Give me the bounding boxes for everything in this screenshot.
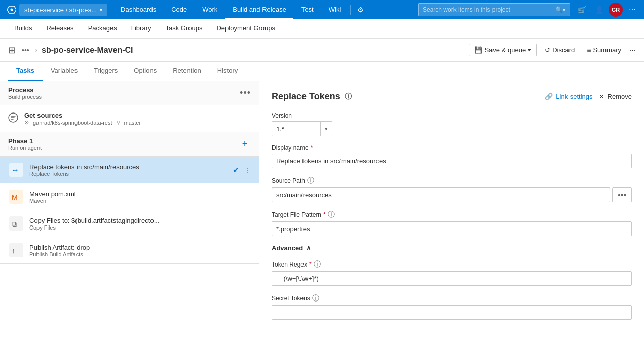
- more-icon[interactable]: ⋯: [625, 2, 640, 17]
- panel-title-group: Replace Tokens ⓘ: [272, 91, 352, 102]
- save-dropdown-icon[interactable]: ▾: [528, 47, 531, 53]
- right-panel: Replace Tokens ⓘ 🔗 Link settings ✕ Remov…: [259, 81, 644, 339]
- info-icon[interactable]: ⓘ: [345, 92, 352, 101]
- display-name-input[interactable]: [272, 154, 632, 168]
- discard-button[interactable]: ↺ Discard: [541, 44, 579, 56]
- task-maven[interactable]: M Maven pom.xml Maven: [0, 183, 259, 210]
- task-publish-type: Publish Build Artifacts: [29, 251, 251, 257]
- search-box[interactable]: 🔍 ▾: [418, 3, 570, 16]
- subnav-task-groups[interactable]: Task Groups: [159, 19, 208, 39]
- left-panel: Process Build process ••• Get sources ⊙ …: [0, 81, 259, 339]
- project-title[interactable]: sb-po-service / sb-po-s... ▾: [19, 4, 107, 16]
- svg-point-0: [11, 9, 13, 11]
- summary-icon: ≡: [587, 46, 591, 54]
- target-file-pattern-label: Target File Pattern * ⓘ: [272, 210, 632, 219]
- link-settings-button[interactable]: 🔗 Link settings: [545, 93, 592, 100]
- task-publish-artifact[interactable]: ↑ Publish Artifact: drop Publish Build A…: [0, 237, 259, 264]
- avatar[interactable]: GR: [609, 3, 623, 17]
- source-path-browse-button[interactable]: •••: [612, 187, 632, 202]
- display-name-label: Display name *: [272, 144, 632, 152]
- tab-triggers[interactable]: Triggers: [86, 62, 126, 81]
- token-regex-label: Token Regex * ⓘ: [272, 260, 632, 269]
- task-maven-name: Maven pom.xml: [29, 190, 251, 198]
- remove-button[interactable]: ✕ Remove: [599, 93, 632, 100]
- nav-wiki[interactable]: Wiki: [322, 0, 349, 19]
- person-icon[interactable]: 👤: [591, 2, 607, 17]
- breadcrumb-title: sb-po-service-Maven-CI: [42, 46, 133, 55]
- notifications-icon[interactable]: 🛒: [574, 2, 589, 17]
- search-dropdown-icon[interactable]: ▾: [563, 7, 565, 13]
- target-file-pattern-input[interactable]: [272, 221, 632, 236]
- settings-icon[interactable]: ⚙: [353, 2, 368, 17]
- tab-options[interactable]: Options: [126, 62, 165, 81]
- process-subtitle: Build process: [8, 94, 42, 100]
- task-replace-tokens[interactable]: ↔ Replace tokens in src/main/resources R…: [0, 157, 259, 183]
- search-icon: 🔍: [555, 6, 563, 13]
- nav-code[interactable]: Code: [164, 0, 194, 19]
- tab-history[interactable]: History: [209, 62, 246, 81]
- subnav-packages[interactable]: Packages: [82, 19, 123, 39]
- summary-button[interactable]: ≡ Summary: [583, 44, 625, 56]
- nav-work[interactable]: Work: [195, 0, 224, 19]
- token-regex-input[interactable]: [272, 271, 632, 286]
- branch-icon: ⑂: [117, 120, 120, 126]
- task-replace-tokens-type: Replace Tokens: [29, 171, 228, 177]
- subnav-releases[interactable]: Releases: [40, 19, 80, 39]
- svg-text:↔: ↔: [11, 166, 19, 174]
- undo-icon: ↺: [545, 46, 550, 54]
- source-path-label: Source Path ⓘ: [272, 176, 632, 185]
- tab-bar: Tasks Variables Triggers Options Retenti…: [0, 62, 644, 81]
- secret-tokens-input[interactable]: [272, 305, 632, 320]
- more-options-icon[interactable]: ⋯: [629, 46, 636, 54]
- process-title: Process: [8, 86, 42, 94]
- app-logo[interactable]: [4, 5, 19, 14]
- add-task-button[interactable]: +: [239, 138, 251, 150]
- top-nav-links: Dashboards Code Work Build and Release T…: [113, 0, 348, 19]
- version-select-wrapper[interactable]: 1.* 0.* ▾: [272, 121, 332, 136]
- version-select[interactable]: 1.* 0.*: [272, 123, 320, 135]
- repo-icon: ⊙: [24, 119, 29, 126]
- nav-build-release[interactable]: Build and Release: [225, 0, 293, 19]
- task-copy-files[interactable]: ⧉ Copy Files to: $(build.artifactstaging…: [0, 210, 259, 237]
- secret-tokens-info-icon[interactable]: ⓘ: [312, 294, 319, 303]
- get-sources-item[interactable]: Get sources ⊙ ganrad/k8s-springboot-data…: [0, 105, 259, 132]
- task-drag-icon[interactable]: ⋮: [244, 166, 251, 174]
- breadcrumb-bar: ⊞ ••• › sb-po-service-Maven-CI 💾 Save & …: [0, 39, 644, 62]
- copy-files-icon: ⧉: [8, 215, 24, 232]
- process-more-button[interactable]: •••: [240, 88, 251, 98]
- task-copy-files-name: Copy Files to: $(build.artifactstagingdi…: [29, 217, 251, 224]
- grid-icon[interactable]: ⊞: [8, 45, 16, 56]
- token-regex-info-icon[interactable]: ⓘ: [314, 260, 321, 269]
- publish-artifact-icon: ↑: [8, 242, 24, 258]
- subnav-library[interactable]: Library: [125, 19, 158, 39]
- nav-test[interactable]: Test: [294, 0, 321, 19]
- search-input[interactable]: [423, 6, 555, 13]
- source-path-wrap: •••: [272, 187, 632, 202]
- subnav-builds[interactable]: Builds: [8, 19, 38, 39]
- subnav-deployment-groups[interactable]: Deployment Groups: [210, 19, 281, 39]
- main-content: Process Build process ••• Get sources ⊙ …: [0, 81, 644, 339]
- get-sources-title: Get sources: [24, 111, 141, 119]
- source-path-input[interactable]: [272, 187, 610, 202]
- svg-text:M: M: [12, 193, 18, 201]
- remove-icon: ✕: [599, 93, 604, 100]
- advanced-toggle[interactable]: Advanced ∧: [272, 244, 632, 252]
- save-queue-button[interactable]: 💾 Save & queue ▾: [469, 44, 537, 56]
- tab-variables[interactable]: Variables: [43, 62, 86, 81]
- source-path-info-icon[interactable]: ⓘ: [307, 176, 314, 185]
- project-chevron-icon: ▾: [100, 7, 102, 13]
- breadcrumb-more[interactable]: •••: [20, 46, 31, 54]
- task-check-icon: ✔: [233, 165, 239, 175]
- link-icon: 🔗: [545, 93, 553, 100]
- task-maven-type: Maven: [29, 198, 251, 204]
- secret-tokens-field: Secret Tokens ⓘ: [272, 294, 632, 320]
- target-file-pattern-info-icon[interactable]: ⓘ: [328, 210, 335, 219]
- tab-tasks[interactable]: Tasks: [8, 62, 43, 81]
- advanced-chevron-icon: ∧: [306, 244, 311, 252]
- nav-dashboards[interactable]: Dashboards: [113, 0, 163, 19]
- panel-title-text: Replace Tokens: [272, 91, 340, 102]
- tab-retention[interactable]: Retention: [165, 62, 209, 81]
- phase-title: Phase 1: [8, 137, 42, 145]
- version-chevron-icon: ▾: [320, 122, 332, 136]
- nav-divider: [350, 5, 351, 15]
